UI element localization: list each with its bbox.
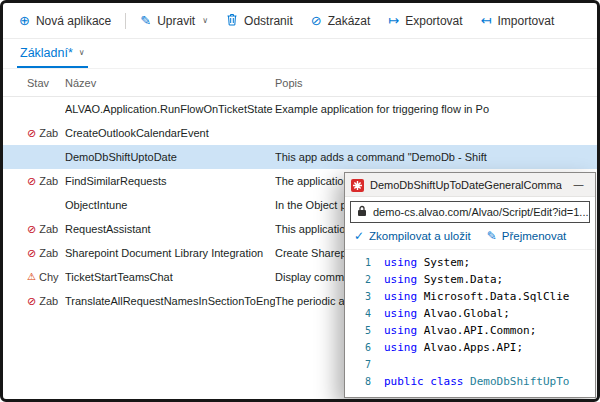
status-cell: ⚠ Chy [27,271,65,283]
import-icon: ↤ [481,14,492,27]
minimize-button[interactable]: — [568,178,589,191]
disable-button[interactable]: ⊘ Zakázat [303,8,379,34]
app-name: FindSimilarRequests [65,175,275,187]
code-editor[interactable]: 1using System; 2using System.Data; 3usin… [345,250,595,397]
code-line: 7 [345,356,595,373]
app-name: ALVAO.Application.RunFlowOnTicketState [65,103,275,115]
rename-button[interactable]: ✎ Přejmenovat [487,230,567,242]
status-label: Zab [39,295,58,307]
tab-bar: Základní* ∨ [3,39,597,69]
status-label: Zab [39,127,58,139]
address-bar[interactable]: demo-cs.alvao.com/Alvao/Script/Edit?id=1… [350,201,590,223]
edit-button[interactable]: ✎ Upravit ∨ [132,8,216,34]
lock-icon [357,205,367,219]
delete-button[interactable]: Odstranit [218,7,301,34]
block-icon: ⊘ [311,14,322,27]
code-keyword: using [384,305,417,322]
status-label: Zab [39,247,58,259]
line-number: 2 [345,271,371,288]
chevron-down-icon: ∨ [202,16,208,25]
app-name: TicketStartTeamsChat [65,271,275,283]
code-text: Microsoft.Data.SqlClie [417,288,569,305]
code-line: 1using System; [345,254,595,271]
blocked-icon: ⊘ [27,128,36,139]
code-keyword: using [384,339,417,356]
app-description: This app adds a command "DemoDb - Shift [275,151,597,163]
code-line: 3using Microsoft.Data.SqlClie [345,288,595,305]
code-text: Alvao.Global; [417,305,510,322]
status-cell: ⊘ Zab [27,223,65,235]
status-cell: ⊘ Zab [27,247,65,259]
column-popis[interactable]: Popis [275,77,597,89]
script-editor-window: DemoDbShiftUpToDateGeneralCommand... — d… [344,172,596,398]
status-cell: ⊘ Zab [27,295,65,307]
table-row[interactable]: ALVAO.Application.RunFlowOnTicketState E… [3,97,597,121]
code-keyword: public class [384,373,463,390]
column-nazev[interactable]: Název [65,77,275,89]
editor-command-bar: ✓ Zkompilovat a uložit ✎ Přejmenovat [345,223,595,250]
toolbar-divider [125,13,126,29]
table-header: Stav Název Popis [3,69,597,97]
check-icon: ✓ [354,230,364,242]
code-line: 2using System.Data; [345,271,595,288]
compile-save-label: Zkompilovat a uložit [369,230,471,242]
chevron-down-icon: ∨ [79,48,85,57]
code-text: System.Data; [417,271,503,288]
code-text: Alvao.Apps.API; [417,339,523,356]
app-name: CreateOutlookCalendarEvent [65,127,275,139]
status-label: Chy [39,271,59,283]
disable-label: Zakázat [328,14,371,28]
app-name: ObjectIntune [65,199,275,211]
command-bar: ⊕ Nová aplikace ✎ Upravit ∨ Odstranit ⊘ … [3,3,597,39]
column-stav[interactable]: Stav [27,77,65,89]
export-button[interactable]: ↦ Exportovat [380,8,470,34]
address-url: demo-cs.alvao.com/Alvao/Script/Edit?id=1… [373,206,589,218]
blocked-icon: ⊘ [27,176,36,187]
pencil-icon: ✎ [140,14,151,27]
export-label: Exportovat [405,14,462,28]
app-name: DemoDbShiftUptoDate [65,151,275,163]
line-number: 7 [345,356,371,373]
line-number: 6 [345,339,371,356]
popup-titlebar[interactable]: DemoDbShiftUpToDateGeneralCommand... — [345,173,595,197]
delete-label: Odstranit [244,14,293,28]
code-keyword: using [384,288,417,305]
code-text: System; [417,254,470,271]
status-cell: ⊘ Zab [27,175,65,187]
alvao-app-icon [351,178,364,191]
import-label: Importovat [498,14,555,28]
compile-save-button[interactable]: ✓ Zkompilovat a uložit [354,230,471,242]
rename-label: Přejmenovat [502,230,567,242]
code-class-name: DemoDbShiftUpTo [463,373,569,390]
import-button[interactable]: ↤ Importovat [473,8,563,34]
new-application-label: Nová aplikace [36,14,111,28]
line-number: 3 [345,288,371,305]
edit-label: Upravit [157,14,195,28]
line-number: 5 [345,322,371,339]
app-name: RequestAssistant [65,223,275,235]
code-line: 5using Alvao.API.Common; [345,322,595,339]
popup-title: DemoDbShiftUpToDateGeneralCommand... [370,179,562,191]
warning-icon: ⚠ [27,272,36,282]
line-number: 1 [345,254,371,271]
code-keyword: using [384,322,417,339]
trash-icon [226,13,238,28]
code-keyword: using [384,254,417,271]
add-icon: ⊕ [19,14,30,27]
code-line: 6using Alvao.Apps.API; [345,339,595,356]
tab-zakladni[interactable]: Základní* ∨ [17,39,88,68]
line-number: 4 [345,305,371,322]
blocked-icon: ⊘ [27,248,36,259]
code-line: 8public class DemoDbShiftUpTo [345,373,595,390]
tab-label: Základní* [20,46,73,60]
new-application-button[interactable]: ⊕ Nová aplikace [11,8,119,34]
status-cell: ⊘ Zab [27,127,65,139]
blocked-icon: ⊘ [27,224,36,235]
table-row-selected[interactable]: DemoDbShiftUptoDate This app adds a comm… [3,145,597,169]
code-line: 4using Alvao.Global; [345,305,595,322]
code-keyword: using [384,271,417,288]
table-row[interactable]: ⊘ Zab CreateOutlookCalendarEvent [3,121,597,145]
status-label: Zab [39,175,58,187]
app-description: Example application for triggering flow … [275,103,597,115]
line-number: 8 [345,373,371,390]
